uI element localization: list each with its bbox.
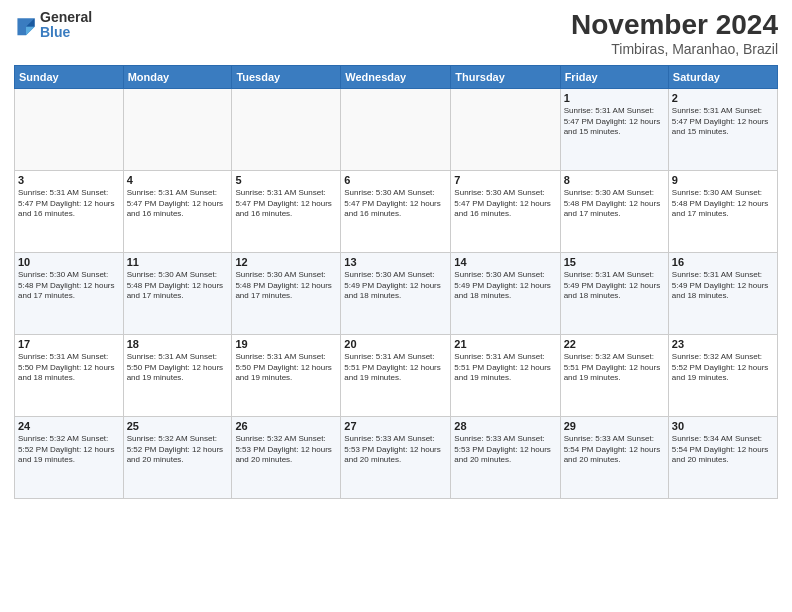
day-number: 1 <box>564 92 665 104</box>
day-info: Sunrise: 5:34 AM Sunset: 5:54 PM Dayligh… <box>672 434 774 466</box>
logo-general: General <box>40 10 92 25</box>
day-info: Sunrise: 5:31 AM Sunset: 5:47 PM Dayligh… <box>672 106 774 138</box>
day-info: Sunrise: 5:33 AM Sunset: 5:54 PM Dayligh… <box>564 434 665 466</box>
day-number: 23 <box>672 338 774 350</box>
calendar-cell: 19Sunrise: 5:31 AM Sunset: 5:50 PM Dayli… <box>232 334 341 416</box>
calendar-cell: 26Sunrise: 5:32 AM Sunset: 5:53 PM Dayli… <box>232 416 341 498</box>
calendar-cell: 21Sunrise: 5:31 AM Sunset: 5:51 PM Dayli… <box>451 334 560 416</box>
weekday-header-thursday: Thursday <box>451 65 560 88</box>
day-number: 8 <box>564 174 665 186</box>
calendar-cell: 12Sunrise: 5:30 AM Sunset: 5:48 PM Dayli… <box>232 252 341 334</box>
day-info: Sunrise: 5:30 AM Sunset: 5:47 PM Dayligh… <box>344 188 447 220</box>
day-info: Sunrise: 5:30 AM Sunset: 5:49 PM Dayligh… <box>344 270 447 302</box>
calendar-cell: 15Sunrise: 5:31 AM Sunset: 5:49 PM Dayli… <box>560 252 668 334</box>
week-row-3: 10Sunrise: 5:30 AM Sunset: 5:48 PM Dayli… <box>15 252 778 334</box>
day-info: Sunrise: 5:30 AM Sunset: 5:47 PM Dayligh… <box>454 188 556 220</box>
day-info: Sunrise: 5:33 AM Sunset: 5:53 PM Dayligh… <box>344 434 447 466</box>
weekday-header-monday: Monday <box>123 65 232 88</box>
weekday-header-wednesday: Wednesday <box>341 65 451 88</box>
week-row-4: 17Sunrise: 5:31 AM Sunset: 5:50 PM Dayli… <box>15 334 778 416</box>
calendar-cell: 5Sunrise: 5:31 AM Sunset: 5:47 PM Daylig… <box>232 170 341 252</box>
calendar-cell: 1Sunrise: 5:31 AM Sunset: 5:47 PM Daylig… <box>560 88 668 170</box>
calendar-table: SundayMondayTuesdayWednesdayThursdayFrid… <box>14 65 778 499</box>
day-number: 3 <box>18 174 120 186</box>
calendar-cell: 25Sunrise: 5:32 AM Sunset: 5:52 PM Dayli… <box>123 416 232 498</box>
title-block: November 2024 Timbiras, Maranhao, Brazil <box>571 10 778 57</box>
calendar-cell: 30Sunrise: 5:34 AM Sunset: 5:54 PM Dayli… <box>668 416 777 498</box>
calendar-cell: 6Sunrise: 5:30 AM Sunset: 5:47 PM Daylig… <box>341 170 451 252</box>
day-number: 29 <box>564 420 665 432</box>
calendar-cell: 10Sunrise: 5:30 AM Sunset: 5:48 PM Dayli… <box>15 252 124 334</box>
calendar-cell: 20Sunrise: 5:31 AM Sunset: 5:51 PM Dayli… <box>341 334 451 416</box>
day-number: 26 <box>235 420 337 432</box>
logo-blue: Blue <box>40 25 92 40</box>
day-info: Sunrise: 5:32 AM Sunset: 5:53 PM Dayligh… <box>235 434 337 466</box>
calendar-cell <box>123 88 232 170</box>
day-info: Sunrise: 5:31 AM Sunset: 5:50 PM Dayligh… <box>127 352 229 384</box>
svg-marker-2 <box>26 27 35 36</box>
day-number: 18 <box>127 338 229 350</box>
calendar-cell: 22Sunrise: 5:32 AM Sunset: 5:51 PM Dayli… <box>560 334 668 416</box>
logo-text: General Blue <box>40 10 92 41</box>
day-number: 22 <box>564 338 665 350</box>
calendar-cell: 14Sunrise: 5:30 AM Sunset: 5:49 PM Dayli… <box>451 252 560 334</box>
day-number: 19 <box>235 338 337 350</box>
day-info: Sunrise: 5:31 AM Sunset: 5:47 PM Dayligh… <box>18 188 120 220</box>
page: General Blue November 2024 Timbiras, Mar… <box>0 0 792 507</box>
calendar-cell <box>341 88 451 170</box>
day-number: 4 <box>127 174 229 186</box>
day-info: Sunrise: 5:31 AM Sunset: 5:51 PM Dayligh… <box>454 352 556 384</box>
calendar-cell: 17Sunrise: 5:31 AM Sunset: 5:50 PM Dayli… <box>15 334 124 416</box>
day-number: 21 <box>454 338 556 350</box>
calendar-cell <box>232 88 341 170</box>
week-row-5: 24Sunrise: 5:32 AM Sunset: 5:52 PM Dayli… <box>15 416 778 498</box>
day-number: 15 <box>564 256 665 268</box>
calendar-cell: 28Sunrise: 5:33 AM Sunset: 5:53 PM Dayli… <box>451 416 560 498</box>
day-info: Sunrise: 5:30 AM Sunset: 5:49 PM Dayligh… <box>454 270 556 302</box>
day-number: 28 <box>454 420 556 432</box>
day-number: 20 <box>344 338 447 350</box>
weekday-header-tuesday: Tuesday <box>232 65 341 88</box>
day-info: Sunrise: 5:31 AM Sunset: 5:47 PM Dayligh… <box>235 188 337 220</box>
calendar-title: November 2024 <box>571 10 778 41</box>
week-row-2: 3Sunrise: 5:31 AM Sunset: 5:47 PM Daylig… <box>15 170 778 252</box>
day-info: Sunrise: 5:30 AM Sunset: 5:48 PM Dayligh… <box>235 270 337 302</box>
day-info: Sunrise: 5:32 AM Sunset: 5:51 PM Dayligh… <box>564 352 665 384</box>
calendar-cell: 11Sunrise: 5:30 AM Sunset: 5:48 PM Dayli… <box>123 252 232 334</box>
header: General Blue November 2024 Timbiras, Mar… <box>14 10 778 57</box>
calendar-cell: 9Sunrise: 5:30 AM Sunset: 5:48 PM Daylig… <box>668 170 777 252</box>
weekday-header-saturday: Saturday <box>668 65 777 88</box>
weekday-header-sunday: Sunday <box>15 65 124 88</box>
day-number: 10 <box>18 256 120 268</box>
weekday-header-friday: Friday <box>560 65 668 88</box>
calendar-cell: 29Sunrise: 5:33 AM Sunset: 5:54 PM Dayli… <box>560 416 668 498</box>
day-info: Sunrise: 5:32 AM Sunset: 5:52 PM Dayligh… <box>127 434 229 466</box>
day-info: Sunrise: 5:31 AM Sunset: 5:49 PM Dayligh… <box>564 270 665 302</box>
logo-icon <box>14 11 38 39</box>
calendar-cell: 8Sunrise: 5:30 AM Sunset: 5:48 PM Daylig… <box>560 170 668 252</box>
calendar-cell: 27Sunrise: 5:33 AM Sunset: 5:53 PM Dayli… <box>341 416 451 498</box>
day-number: 6 <box>344 174 447 186</box>
day-number: 7 <box>454 174 556 186</box>
calendar-cell: 7Sunrise: 5:30 AM Sunset: 5:47 PM Daylig… <box>451 170 560 252</box>
day-number: 17 <box>18 338 120 350</box>
calendar-cell: 2Sunrise: 5:31 AM Sunset: 5:47 PM Daylig… <box>668 88 777 170</box>
day-info: Sunrise: 5:30 AM Sunset: 5:48 PM Dayligh… <box>564 188 665 220</box>
calendar-cell <box>15 88 124 170</box>
calendar-cell: 23Sunrise: 5:32 AM Sunset: 5:52 PM Dayli… <box>668 334 777 416</box>
weekday-header-row: SundayMondayTuesdayWednesdayThursdayFrid… <box>15 65 778 88</box>
day-number: 16 <box>672 256 774 268</box>
day-info: Sunrise: 5:33 AM Sunset: 5:53 PM Dayligh… <box>454 434 556 466</box>
calendar-cell: 4Sunrise: 5:31 AM Sunset: 5:47 PM Daylig… <box>123 170 232 252</box>
day-info: Sunrise: 5:32 AM Sunset: 5:52 PM Dayligh… <box>672 352 774 384</box>
day-number: 14 <box>454 256 556 268</box>
day-info: Sunrise: 5:31 AM Sunset: 5:47 PM Dayligh… <box>127 188 229 220</box>
calendar-cell <box>451 88 560 170</box>
calendar-cell: 3Sunrise: 5:31 AM Sunset: 5:47 PM Daylig… <box>15 170 124 252</box>
calendar-cell: 24Sunrise: 5:32 AM Sunset: 5:52 PM Dayli… <box>15 416 124 498</box>
day-number: 13 <box>344 256 447 268</box>
calendar-subtitle: Timbiras, Maranhao, Brazil <box>571 41 778 57</box>
day-number: 5 <box>235 174 337 186</box>
day-number: 9 <box>672 174 774 186</box>
logo: General Blue <box>14 10 92 41</box>
